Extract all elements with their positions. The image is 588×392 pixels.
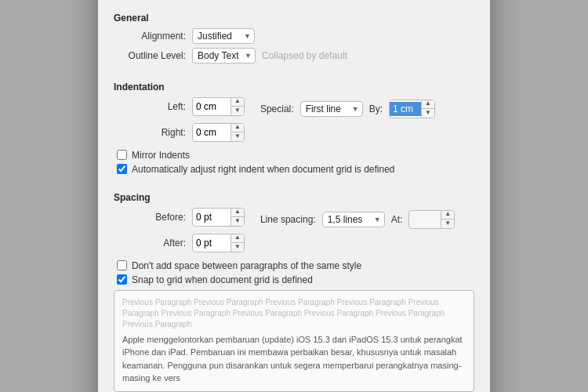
special-label: Special: xyxy=(260,103,294,114)
at-spin-up[interactable]: ▲ xyxy=(441,211,454,220)
after-spin-btns: ▲ ▼ xyxy=(230,234,244,252)
after-spin-down[interactable]: ▼ xyxy=(231,243,244,252)
left-input[interactable] xyxy=(193,100,230,114)
left-input-spin[interactable]: ▲ ▼ xyxy=(192,97,245,116)
line-spacing-select-wrap: 1,5 lines Single Double Exactly At least… xyxy=(322,212,385,227)
alignment-select[interactable]: Justified Left Center Right xyxy=(192,28,255,44)
no-space-label[interactable]: Don't add space between paragraphs of th… xyxy=(132,260,361,271)
after-spin-up[interactable]: ▲ xyxy=(231,234,244,243)
alignment-row: Alignment: Justified Left Center Right ▼ xyxy=(114,28,474,44)
auto-adjust-row: Automatically adjust right indent when d… xyxy=(114,164,474,175)
left-label: Left: xyxy=(114,101,192,112)
indentation-block: Left: ▲ ▼ Right: ▲ xyxy=(114,97,245,146)
after-input-spin[interactable]: ▲ ▼ xyxy=(192,234,245,252)
dialog-body: General Alignment: Justified Left Center… xyxy=(98,3,490,393)
paragraph-dialog: Paragraph Indents and Spacing Line and P… xyxy=(98,0,490,392)
right-spin-up[interactable]: ▲ xyxy=(231,124,244,132)
outline-select[interactable]: Body Text Level 1 Level 2 xyxy=(192,48,256,64)
right-spin-btns: ▲ ▼ xyxy=(230,124,244,141)
auto-adjust-checkbox[interactable] xyxy=(117,164,127,174)
right-label: Right: xyxy=(114,127,192,138)
by-input[interactable] xyxy=(390,102,421,116)
right-input[interactable] xyxy=(193,125,230,140)
preview-main-text: Apple menggelontorkan pembaruan (update)… xyxy=(122,333,466,385)
auto-adjust-label[interactable]: Automatically adjust right indent when d… xyxy=(132,164,395,175)
snap-label[interactable]: Snap to grid when document grid is defin… xyxy=(132,274,313,285)
before-row: Before: ▲ ▼ xyxy=(114,208,245,227)
right-input-spin[interactable]: ▲ ▼ xyxy=(192,123,245,142)
line-spacing-label: Line spacing: xyxy=(260,214,316,225)
snap-checkbox[interactable] xyxy=(117,274,127,285)
special-select[interactable]: First line Hanging (none) xyxy=(300,101,363,117)
no-space-row: Don't add space between paragraphs of th… xyxy=(114,260,474,271)
by-input-spin[interactable]: ▲ ▼ xyxy=(389,100,435,118)
by-spin-btns: ▲ ▼ xyxy=(421,100,434,118)
mirror-label[interactable]: Mirror Indents xyxy=(132,150,190,161)
by-spin-down[interactable]: ▼ xyxy=(422,109,434,118)
after-label: After: xyxy=(114,238,192,249)
after-row: After: ▲ ▼ xyxy=(114,234,245,252)
left-spin-up[interactable]: ▲ xyxy=(231,98,244,107)
alignment-select-wrap: Justified Left Center Right ▼ xyxy=(192,28,255,44)
after-input[interactable] xyxy=(193,236,230,250)
right-spin-down[interactable]: ▼ xyxy=(231,132,244,141)
before-input[interactable] xyxy=(193,210,230,224)
preview-prev-text: Previous Paragraph Previous Paragraph Pr… xyxy=(122,297,466,330)
by-spin-up[interactable]: ▲ xyxy=(422,100,434,109)
by-label: By: xyxy=(369,103,383,114)
at-spin-down[interactable]: ▼ xyxy=(441,220,454,228)
at-input-wrap[interactable]: ▲ ▼ xyxy=(408,210,455,229)
left-spin-down[interactable]: ▼ xyxy=(231,107,244,115)
at-spin-btns: ▲ ▼ xyxy=(441,211,454,228)
no-space-checkbox[interactable] xyxy=(117,260,127,270)
before-input-spin[interactable]: ▲ ▼ xyxy=(192,208,245,227)
outline-select-wrap: Body Text Level 1 Level 2 ▼ xyxy=(192,48,256,64)
indentation-title: Indentation xyxy=(114,82,474,93)
at-input[interactable] xyxy=(409,212,441,227)
before-spin-up[interactable]: ▲ xyxy=(231,209,244,217)
spacing-title: Spacing xyxy=(114,192,474,203)
mirror-row: Mirror Indents xyxy=(114,150,474,161)
outline-label: Outline Level: xyxy=(114,50,192,61)
right-row: Right: ▲ ▼ xyxy=(114,123,245,142)
line-spacing-select[interactable]: 1,5 lines Single Double Exactly At least xyxy=(322,212,385,227)
left-spin-btns: ▲ ▼ xyxy=(230,98,244,115)
at-label: At: xyxy=(391,214,403,225)
before-spin-btns: ▲ ▼ xyxy=(230,209,244,226)
before-label: Before: xyxy=(114,212,192,223)
mirror-checkbox[interactable] xyxy=(117,150,127,160)
alignment-label: Alignment: xyxy=(114,31,192,42)
general-title: General xyxy=(114,13,474,24)
special-select-wrap: First line Hanging (none) ▼ xyxy=(300,101,363,117)
left-row: Left: ▲ ▼ xyxy=(114,97,245,116)
snap-row: Snap to grid when document grid is defin… xyxy=(114,274,474,285)
collapsed-label: Collapsed by default xyxy=(262,50,347,61)
before-spin-down[interactable]: ▼ xyxy=(231,217,244,226)
outline-row: Outline Level: Body Text Level 1 Level 2… xyxy=(114,48,474,64)
preview-box: Previous Paragraph Previous Paragraph Pr… xyxy=(114,290,474,392)
